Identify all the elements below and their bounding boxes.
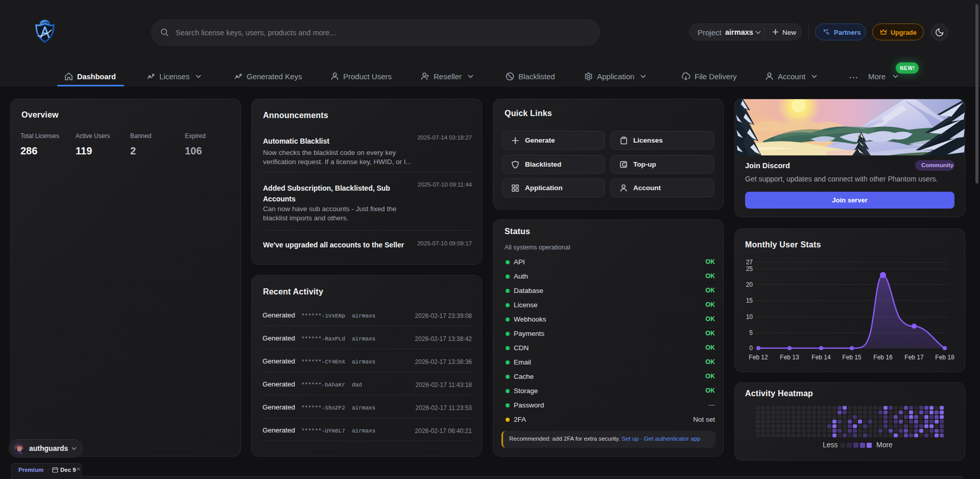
svg-text:25: 25 [746, 265, 753, 272]
svg-text:Feb 13: Feb 13 [780, 354, 799, 361]
svg-text:0: 0 [749, 345, 753, 352]
svg-text:20: 20 [746, 281, 753, 288]
svg-text:Feb 17: Feb 17 [904, 354, 924, 361]
svg-text:10: 10 [746, 313, 753, 321]
svg-text:Feb 15: Feb 15 [842, 354, 862, 361]
svg-text:Feb 18: Feb 18 [935, 354, 954, 361]
svg-text:27: 27 [746, 259, 753, 266]
svg-text:15: 15 [746, 297, 753, 304]
svg-text:Feb 16: Feb 16 [873, 354, 893, 361]
svg-text:Feb 12: Feb 12 [749, 354, 768, 361]
svg-text:5: 5 [749, 329, 753, 336]
svg-text:Feb 14: Feb 14 [811, 354, 831, 361]
